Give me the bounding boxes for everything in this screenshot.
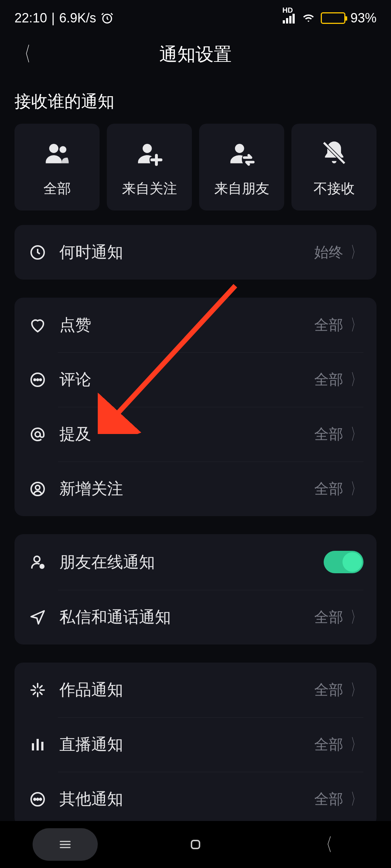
svg-point-26: [37, 798, 39, 800]
bars-icon: [28, 735, 48, 755]
chevron-right-icon: 〉: [351, 242, 360, 263]
svg-rect-3: [289, 16, 291, 24]
dots-circle-icon: [28, 789, 48, 809]
row-when-value: 始终: [314, 242, 343, 262]
row-like[interactable]: 点赞 全部 〉: [14, 298, 377, 352]
svg-point-18: [35, 485, 40, 490]
chevron-right-icon: 〉: [351, 424, 360, 445]
svg-point-25: [34, 798, 36, 800]
nav-home-button[interactable]: [163, 828, 228, 861]
row-dm-label: 私信和通话通知: [59, 607, 314, 628]
row-like-value: 全部: [314, 315, 343, 335]
hd-signal-icon: HD: [282, 13, 296, 24]
row-comment-label: 评论: [59, 369, 314, 390]
svg-point-15: [40, 379, 41, 380]
back-button[interactable]: 〈: [18, 41, 31, 68]
svg-rect-1: [283, 20, 285, 24]
source-friends[interactable]: 来自朋友: [199, 124, 284, 210]
source-all-label: 全部: [43, 179, 71, 198]
source-none[interactable]: 不接收: [291, 124, 377, 210]
row-comment-value: 全部: [314, 370, 343, 390]
svg-point-7: [143, 144, 152, 153]
comment-icon: [28, 370, 48, 390]
user-plus-icon: [136, 137, 163, 169]
svg-point-16: [35, 432, 40, 437]
row-works-label: 作品通知: [59, 679, 314, 701]
source-grid: 全部 来自关注 来自朋友 不接收: [0, 124, 391, 225]
source-following-label: 来自关注: [122, 179, 177, 198]
svg-rect-23: [41, 742, 43, 750]
row-works-value: 全部: [314, 680, 343, 700]
user-dot-icon: [28, 552, 48, 572]
chevron-right-icon: 〉: [351, 607, 360, 628]
chevron-right-icon: 〉: [351, 478, 360, 499]
nav-back-button[interactable]: 〈: [293, 828, 358, 861]
battery-pct: 93%: [350, 10, 377, 26]
row-other[interactable]: 其他通知 全部 〉: [14, 772, 377, 826]
group-timing: 何时通知 始终 〉: [14, 225, 377, 280]
svg-point-6: [59, 146, 66, 153]
system-nav-bar: 〈: [0, 821, 391, 868]
status-time: 22:10: [14, 10, 47, 26]
row-mention-value: 全部: [314, 424, 343, 444]
svg-point-5: [49, 144, 58, 153]
chevron-right-icon: 〉: [351, 679, 360, 701]
row-new-follower[interactable]: 新增关注 全部 〉: [14, 461, 377, 516]
row-when-label: 何时通知: [59, 242, 314, 263]
wifi-icon: [301, 12, 316, 24]
row-comment[interactable]: 评论 全部 〉: [14, 352, 377, 407]
chevron-right-icon: 〉: [351, 788, 360, 810]
battery-icon: [321, 12, 345, 24]
page-title: 通知设置: [159, 42, 232, 67]
row-other-value: 全部: [314, 789, 343, 809]
chevron-right-icon: 〉: [351, 369, 360, 390]
svg-point-20: [40, 565, 44, 568]
source-none-label: 不接收: [314, 179, 355, 198]
status-bar: 22:10 | 6.9K/s HD 93%: [0, 0, 391, 33]
svg-rect-4: [293, 14, 295, 24]
row-new-follower-label: 新增关注: [59, 478, 314, 499]
at-icon: [28, 424, 48, 444]
group-social: 朋友在线通知 私信和通话通知 全部 〉: [14, 534, 377, 644]
person-circle-icon: [28, 479, 48, 499]
svg-rect-22: [37, 739, 39, 750]
clock-icon: [28, 242, 48, 263]
header: 〈 通知设置: [0, 33, 391, 76]
svg-point-27: [40, 798, 42, 800]
row-friend-online-label: 朋友在线通知: [59, 552, 324, 573]
source-friends-label: 来自朋友: [214, 179, 269, 198]
group-content: 作品通知 全部 〉 直播通知 全部 〉 其他通知 全部 〉: [14, 663, 377, 826]
heart-icon: [28, 315, 48, 335]
source-heading: 接收谁的通知: [0, 76, 391, 124]
svg-point-14: [37, 379, 38, 380]
row-friend-online[interactable]: 朋友在线通知: [14, 534, 377, 590]
svg-rect-32: [192, 841, 199, 848]
svg-point-13: [34, 379, 35, 380]
row-live-value: 全部: [314, 735, 343, 754]
svg-rect-21: [32, 743, 34, 750]
alarm-icon: [101, 12, 114, 25]
user-swap-icon: [228, 137, 256, 169]
row-works[interactable]: 作品通知 全部 〉: [14, 663, 377, 717]
source-all[interactable]: 全部: [14, 124, 100, 210]
row-live-label: 直播通知: [59, 734, 314, 755]
row-when[interactable]: 何时通知 始终 〉: [14, 225, 377, 280]
status-left: 22:10 | 6.9K/s: [14, 10, 114, 26]
row-new-follower-value: 全部: [314, 479, 343, 499]
status-right: HD 93%: [282, 10, 377, 26]
sparkle-icon: [28, 680, 48, 700]
status-speed: 6.9K/s: [59, 10, 96, 26]
chevron-right-icon: 〉: [351, 314, 360, 336]
row-mention[interactable]: 提及 全部 〉: [14, 407, 377, 461]
row-live[interactable]: 直播通知 全部 〉: [14, 717, 377, 772]
status-sep: |: [51, 10, 55, 26]
source-following[interactable]: 来自关注: [107, 124, 192, 210]
nav-recent-button[interactable]: [33, 828, 98, 861]
row-dm[interactable]: 私信和通话通知 全部 〉: [14, 590, 377, 644]
toggle-friend-online[interactable]: [324, 551, 363, 573]
group-interactions: 点赞 全部 〉 评论 全部 〉 提及 全部 〉 新增关注 全部 〉: [14, 298, 377, 516]
row-like-label: 点赞: [59, 314, 314, 336]
svg-point-8: [235, 144, 244, 153]
row-mention-label: 提及: [59, 424, 314, 445]
send-icon: [28, 607, 48, 627]
